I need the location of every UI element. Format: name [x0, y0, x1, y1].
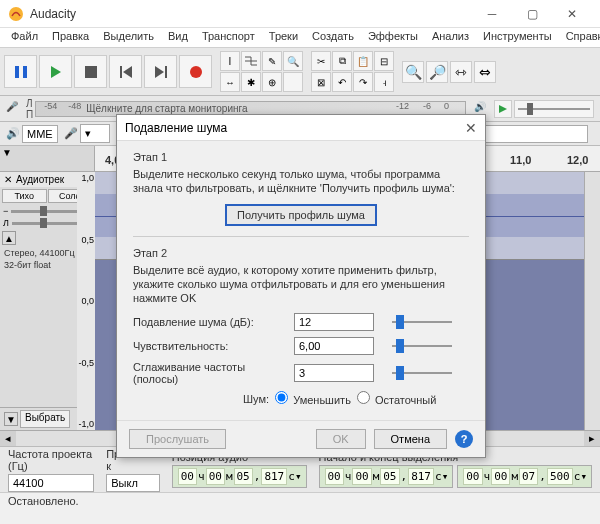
menu-generate[interactable]: Создать [305, 28, 361, 47]
noise-db-input[interactable] [294, 313, 374, 331]
freq-smoothing-slider[interactable] [392, 366, 452, 380]
rec-device-select[interactable]: ▾ [80, 124, 110, 143]
track-close-icon[interactable]: ✕ [4, 174, 14, 185]
vertical-scrollbar[interactable] [584, 172, 600, 430]
mute-button[interactable]: Тихо [2, 189, 47, 203]
undo-icon[interactable]: ↶ [332, 72, 352, 92]
svg-marker-6 [123, 66, 132, 78]
step1-description: Выделите несколько секунд только шума, ч… [133, 167, 469, 196]
svg-marker-7 [155, 66, 164, 78]
menu-select[interactable]: Выделить [96, 28, 161, 47]
transport-toolbar: I ✎ 🔍 ↔ ✱ ⊕ ✂ ⧉ 📋 ⊟ ⊠ ↶ ↷ ⫞ 🔍 🔎 ⇿ ⇔ [0, 48, 600, 96]
sensitivity-input[interactable] [294, 337, 374, 355]
maximize-button[interactable]: ▢ [512, 2, 552, 26]
svg-point-0 [9, 7, 23, 21]
window-title: Audacity [30, 7, 472, 21]
dialog-close-button[interactable]: ✕ [447, 120, 477, 136]
track-name: Аудиотрек [16, 174, 64, 185]
freq-smoothing-input[interactable] [294, 364, 374, 382]
selection-tool-icon[interactable]: I [220, 51, 240, 71]
pan-slider[interactable] [12, 222, 82, 225]
freq-smoothing-label: Сглаживание частоты (полосы) [133, 361, 288, 385]
select-button[interactable]: Выбрать [20, 410, 70, 428]
ok-button[interactable]: OK [316, 429, 366, 449]
noise-db-label: Подавление шума (дБ): [133, 316, 288, 328]
menu-bar: Файл Правка Выделить Вид Транспорт Треки… [0, 28, 600, 48]
rate-label: Частота проекта (Гц) [8, 448, 94, 472]
menu-tools[interactable]: Инструменты [476, 28, 559, 47]
mic-icon2: 🎤 [64, 127, 78, 141]
mode-reduce-radio[interactable]: Уменьшить [275, 391, 351, 406]
meter-click-hint: Щёлкните для старта мониторинга [86, 103, 247, 114]
zoom-in-icon[interactable]: 🔍 [402, 61, 424, 83]
menu-file[interactable]: Файл [4, 28, 45, 47]
fit-selection-icon[interactable]: ⇿ [450, 61, 472, 83]
svg-rect-4 [85, 66, 97, 78]
collapse-all-button[interactable]: ▼ [4, 412, 18, 426]
svg-marker-11 [499, 105, 507, 113]
draw-tool-icon[interactable]: ✎ [262, 51, 282, 71]
play-button[interactable] [39, 55, 72, 88]
copy-icon[interactable]: ⧉ [332, 51, 352, 71]
split-icon[interactable]: ⫞ [374, 72, 394, 92]
gain-slider[interactable] [11, 210, 82, 213]
menu-transport[interactable]: Транспорт [195, 28, 262, 47]
project-rate-select[interactable]: 44100 [8, 474, 94, 492]
collapse-button[interactable]: ▲ [2, 231, 16, 245]
tool-extra2-icon[interactable] [283, 72, 303, 92]
audio-position-display[interactable]: 00ч 00м 05, 817с▾ [172, 465, 307, 488]
svg-point-9 [190, 66, 202, 78]
help-button[interactable]: ? [455, 430, 473, 448]
skip-end-button[interactable] [144, 55, 177, 88]
menu-effects[interactable]: Эффекты [361, 28, 425, 47]
envelope-tool-icon[interactable] [241, 51, 261, 71]
menu-analyze[interactable]: Анализ [425, 28, 476, 47]
status-bar: Остановлено. [0, 492, 600, 512]
multi-tool-icon[interactable]: ✱ [241, 72, 261, 92]
speed-slider[interactable] [514, 100, 594, 118]
selection-end-display[interactable]: 00ч 00м 07, 500с▾ [457, 465, 592, 488]
pause-button[interactable] [4, 55, 37, 88]
step2-label: Этап 2 [133, 247, 469, 259]
tool-extra1-icon[interactable]: ⊕ [262, 72, 282, 92]
step2-description: Выделите всё аудио, к которому хотите пр… [133, 263, 469, 306]
svg-rect-1 [15, 66, 19, 78]
svg-rect-8 [165, 66, 167, 78]
noise-reduction-dialog: Подавление шума ✕ Этап 1 Выделите нескол… [116, 114, 486, 458]
zoom-tool-icon[interactable]: 🔍 [283, 51, 303, 71]
skip-start-button[interactable] [109, 55, 142, 88]
menu-view[interactable]: Вид [161, 28, 195, 47]
play-at-speed-button[interactable] [494, 100, 512, 118]
window-titlebar: Audacity ─ ▢ ✕ [0, 0, 600, 28]
timeshift-tool-icon[interactable]: ↔ [220, 72, 240, 92]
record-button[interactable] [179, 55, 212, 88]
menu-tracks[interactable]: Треки [262, 28, 305, 47]
redo-icon[interactable]: ↷ [353, 72, 373, 92]
cut-icon[interactable]: ✂ [311, 51, 331, 71]
step1-label: Этап 1 [133, 151, 469, 163]
audio-host-icon: 🔊 [6, 127, 20, 141]
snap-select[interactable]: Выкл [106, 474, 160, 492]
preview-button[interactable]: Прослушать [129, 429, 226, 449]
menu-edit[interactable]: Правка [45, 28, 96, 47]
dialog-title: Подавление шума [125, 121, 447, 135]
audio-host-select[interactable]: MME [22, 125, 58, 143]
selection-start-display[interactable]: 00ч 00м 05, 817с▾ [319, 465, 454, 488]
mode-residual-radio[interactable]: Остаточный [357, 391, 437, 406]
noise-db-slider[interactable] [392, 315, 452, 329]
trim-icon[interactable]: ⊟ [374, 51, 394, 71]
audacity-logo-icon [8, 6, 24, 22]
noise-mode-label: Шум: [243, 393, 269, 405]
rec-threshold-label: ЛП [26, 98, 33, 120]
silence-icon[interactable]: ⊠ [311, 72, 331, 92]
minimize-button[interactable]: ─ [472, 2, 512, 26]
close-button[interactable]: ✕ [552, 2, 592, 26]
get-noise-profile-button[interactable]: Получить профиль шума [225, 204, 377, 226]
paste-icon[interactable]: 📋 [353, 51, 373, 71]
fit-project-icon[interactable]: ⇔ [474, 61, 496, 83]
cancel-button[interactable]: Отмена [374, 429, 447, 449]
zoom-out-icon[interactable]: 🔎 [426, 61, 448, 83]
sensitivity-slider[interactable] [392, 339, 452, 353]
menu-help[interactable]: Справка [559, 28, 600, 47]
stop-button[interactable] [74, 55, 107, 88]
